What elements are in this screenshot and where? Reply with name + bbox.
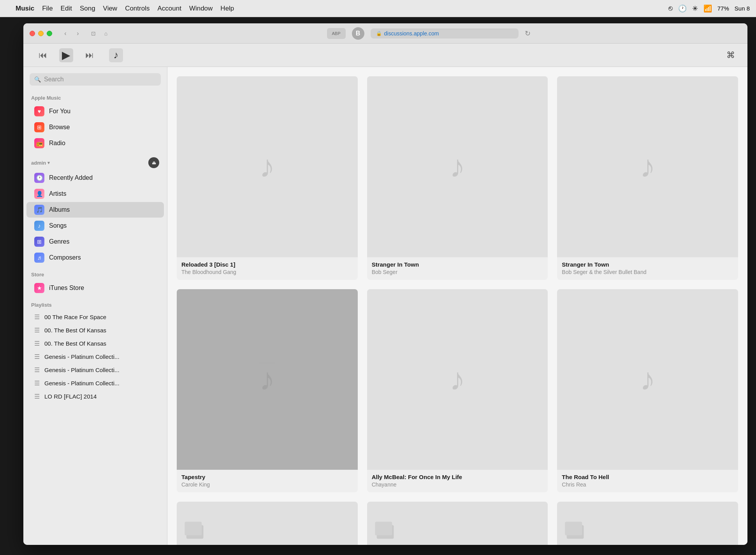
music-note-button[interactable]: ♪ — [109, 48, 123, 62]
home-button[interactable]: ⌂ — [100, 29, 111, 38]
svg-rect-1 — [185, 522, 202, 536]
album-grid: ♪ Reloaded 3 [Disc 1] The Bloodhound Gan… — [177, 76, 738, 545]
sidebar-item-playlist-2[interactable]: ☰ 00. The Best Of Kansas — [26, 337, 164, 350]
close-button[interactable] — [30, 31, 35, 36]
sidebar-item-for-you[interactable]: ♥ For You — [26, 104, 164, 119]
search-bar[interactable]: 🔍 Search — [30, 73, 161, 86]
album-art-8 — [177, 502, 358, 545]
view-toggle-buttons: ⊡ ⌂ — [88, 29, 111, 38]
album-artist-2: Bob Seger & the Silver Bullet Band — [562, 269, 733, 275]
rewind-button[interactable]: ⏮ — [36, 48, 50, 62]
sidebar-item-recently-added[interactable]: 🕐 Recently Added — [26, 170, 164, 186]
sidebar-item-playlist-0[interactable]: ☰ 00 The Race For Space — [26, 311, 164, 323]
browse-icon: ⊞ — [34, 122, 44, 132]
music-note-icon-6: ♪ — [640, 362, 656, 397]
sidebar-toggle-button[interactable]: ⊡ — [88, 29, 99, 38]
menu-help[interactable]: Help — [220, 5, 234, 12]
sidebar-item-composers[interactable]: ♬ Composers — [26, 250, 164, 265]
playlist-label-2: 00. The Best Of Kansas — [44, 340, 106, 347]
play-pause-button[interactable]: ▶ — [59, 48, 73, 62]
minimize-button[interactable] — [38, 31, 44, 36]
music-note-icon-1: ♪ — [450, 149, 465, 184]
search-placeholder: Search — [44, 76, 64, 83]
radio-icon: 📻 — [34, 138, 44, 148]
sidebar-item-playlist-3[interactable]: ☰ Genesis - Platinum Collecti... — [26, 350, 164, 363]
sidebar-item-browse[interactable]: ⊞ Browse — [26, 119, 164, 135]
album-title-1: Stranger In Town — [372, 261, 543, 268]
album-card-8[interactable] — [177, 502, 358, 545]
playlist-icon-6: ☰ — [34, 393, 40, 400]
music-note-icon-0: ♪ — [259, 149, 275, 184]
menu-view[interactable]: View — [103, 5, 118, 12]
playlist-icon-0: ☰ — [34, 313, 40, 321]
album-art-6: ♪ — [557, 289, 738, 470]
album-play-button-4[interactable]: ▶ — [181, 451, 195, 465]
wifi-icon[interactable]: 📶 — [703, 4, 712, 13]
refresh-button[interactable]: ↻ — [525, 29, 531, 38]
admin-label[interactable]: admin ▾ — [31, 160, 50, 166]
sidebar-item-itunes-store[interactable]: ★ iTunes Store — [26, 280, 164, 296]
sidebar-item-artists[interactable]: 👤 Artists — [26, 186, 164, 202]
menu-window[interactable]: Window — [189, 5, 213, 12]
radio-label: Radio — [49, 140, 65, 147]
menu-song[interactable]: Song — [80, 5, 95, 12]
album-card-9[interactable] — [367, 502, 548, 545]
back-button[interactable]: ‹ — [60, 29, 71, 38]
sidebar-item-playlist-4[interactable]: ☰ Genesis - Platinum Collecti... — [26, 364, 164, 376]
menubar-status-area: ⎋ 🕐 ✳ 📶 77% Sun 8 — [668, 4, 750, 13]
album-art-1: ♪ — [367, 76, 548, 257]
traffic-lights — [30, 31, 52, 36]
album-card-10[interactable] — [557, 502, 738, 545]
profile-badge[interactable]: B — [352, 27, 364, 40]
album-art-5: ♪ — [367, 289, 548, 470]
sidebar-item-playlist-5[interactable]: ☰ Genesis - Platinum Collecti... — [26, 377, 164, 390]
apple-logo-toolbar: ⌘ — [726, 50, 735, 60]
songs-label: Songs — [49, 222, 67, 229]
window-titlebar: ‹ › ⊡ ⌂ ABP B 🔒 discussions.apple.com ↻ — [23, 23, 747, 44]
time-machine-icon[interactable]: 🕐 — [678, 4, 687, 13]
album-more-button-4[interactable]: ··· — [339, 451, 353, 465]
airplay-icon[interactable]: ⎋ — [668, 4, 673, 12]
clock-label: Sun 8 — [735, 5, 750, 12]
menu-account[interactable]: Account — [157, 5, 181, 12]
album-card-0[interactable]: ♪ Reloaded 3 [Disc 1] The Bloodhound Gan… — [177, 76, 358, 280]
admin-chevron-icon: ▾ — [47, 160, 50, 165]
albums-icon: 🎵 — [34, 205, 44, 215]
artists-label: Artists — [49, 190, 66, 197]
music-note-icon-5: ♪ — [450, 362, 465, 397]
sidebar-item-genres[interactable]: ⊞ Genres — [26, 234, 164, 249]
menu-controls[interactable]: Controls — [125, 5, 149, 12]
extension-badge-abp[interactable]: ABP — [327, 28, 346, 39]
album-card-6[interactable]: ♪ The Road To Hell Chris Rea — [557, 289, 738, 493]
music-note-icon-2: ♪ — [640, 149, 656, 184]
sidebar-item-albums[interactable]: 🎵 Albums — [26, 202, 164, 218]
menu-music[interactable]: Music — [16, 5, 34, 12]
album-art-10 — [557, 502, 738, 545]
forward-button[interactable]: › — [72, 29, 83, 38]
admin-section-header: admin ▾ ⏏ — [23, 156, 167, 170]
album-info-5: Ally McBeal: For Once In My Life Chayann… — [367, 470, 548, 492]
menu-file[interactable]: File — [42, 5, 53, 12]
playlist-icon-2: ☰ — [34, 340, 40, 347]
url-bar[interactable]: 🔒 discussions.apple.com — [371, 28, 519, 39]
songs-icon: ♪ — [34, 221, 44, 231]
maximize-button[interactable] — [47, 31, 52, 36]
album-card-4[interactable]: ♪ ▶ ··· Tapestry Carole King — [177, 289, 358, 493]
sidebar-item-radio[interactable]: 📻 Radio — [26, 135, 164, 151]
menu-edit[interactable]: Edit — [61, 5, 72, 12]
album-card-1[interactable]: ♪ Stranger In Town Bob Seger — [367, 76, 548, 280]
album-title-2: Stranger In Town — [562, 261, 733, 268]
sidebar-item-playlist-1[interactable]: ☰ 00. The Best Of Kansas — [26, 324, 164, 337]
sidebar-item-playlist-6[interactable]: ☰ LO RD [FLAC] 2014 — [26, 390, 164, 403]
album-card-2[interactable]: ♪ Stranger In Town Bob Seger & the Silve… — [557, 76, 738, 280]
eject-icon[interactable]: ⏏ — [148, 157, 159, 168]
svg-rect-5 — [565, 522, 582, 536]
composers-label: Composers — [49, 254, 81, 261]
album-card-5[interactable]: ♪ Ally McBeal: For Once In My Life Chaya… — [367, 289, 548, 493]
sidebar-item-songs[interactable]: ♪ Songs — [26, 218, 164, 234]
playback-controls: ⏮ ▶ ⏭ — [36, 48, 97, 62]
bluetooth-icon[interactable]: ✳ — [692, 4, 698, 13]
fast-forward-button[interactable]: ⏭ — [83, 48, 97, 62]
browser-nav-buttons: ‹ › — [60, 29, 83, 38]
album-title-0: Reloaded 3 [Disc 1] — [181, 261, 353, 268]
